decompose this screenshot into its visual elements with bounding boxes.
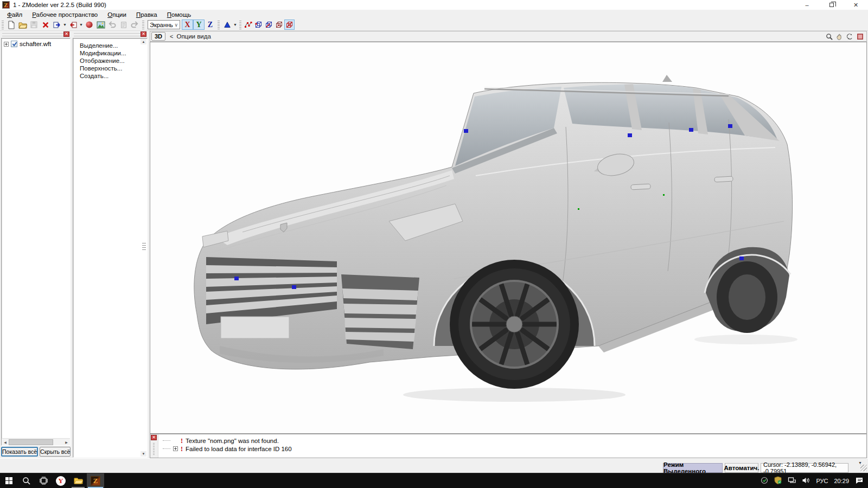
screen-mode-value: Экраннь: [150, 22, 173, 28]
task-view-button[interactable]: [35, 473, 52, 488]
horizontal-scrollbar[interactable]: ◀ ▶: [2, 438, 70, 445]
axis-x-toggle[interactable]: X: [182, 20, 193, 30]
view-mode-3d-button[interactable]: 3D: [151, 32, 165, 41]
defender-shield-icon[interactable]: [774, 476, 782, 485]
material-sphere-icon[interactable]: [84, 20, 95, 30]
orbit-rotate-icon[interactable]: [846, 33, 854, 41]
hide-all-button[interactable]: Скрыть всё: [40, 447, 71, 457]
import-dropdown-arrow[interactable]: ▼: [79, 20, 84, 30]
vertex-marker[interactable]: [292, 285, 296, 289]
action-center-icon[interactable]: [855, 477, 864, 485]
command-selection[interactable]: Выделение...: [80, 42, 147, 49]
volume-icon[interactable]: [802, 477, 810, 485]
vertex-marker[interactable]: [464, 129, 468, 133]
viewport: 3D < Опции вида: [150, 31, 867, 458]
visibility-checkbox[interactable]: [11, 41, 17, 47]
scroll-down-icon[interactable]: ▼: [141, 451, 146, 457]
scroll-left-icon[interactable]: ◀: [2, 439, 9, 446]
close-button[interactable]: ✕: [844, 0, 868, 10]
open-folder-icon[interactable]: [17, 20, 28, 30]
log-grip[interactable]: [153, 443, 155, 455]
search-button[interactable]: [17, 473, 35, 488]
properties-icon[interactable]: [118, 20, 129, 30]
command-create[interactable]: Создать...: [80, 72, 147, 80]
level-objects-icon[interactable]: [284, 20, 295, 30]
start-button[interactable]: [0, 473, 17, 488]
close-icon[interactable]: ✕: [151, 435, 157, 440]
tree-branch-line: [163, 440, 170, 441]
auto-mode-indicator[interactable]: Автоматич.: [725, 463, 758, 473]
zoom-tool-icon[interactable]: [825, 33, 833, 41]
texture-image-icon[interactable]: [95, 20, 106, 30]
undo-icon[interactable]: [106, 20, 118, 30]
expand-icon[interactable]: [173, 446, 178, 451]
view-options-label[interactable]: Опции вида: [176, 33, 210, 40]
toolbar-grip[interactable]: [142, 21, 144, 29]
log-messages: ! Texture "nom.png" was not found. ! Fai…: [158, 434, 866, 458]
close-icon[interactable]: ✕: [63, 31, 69, 37]
command-modify[interactable]: Модификации...: [80, 49, 147, 57]
scene-tree-panel: ✕ schafter.wft ◀ ▶ Показать всё Скрыть в…: [1, 31, 71, 458]
menu-edit[interactable]: Правка: [131, 11, 162, 18]
viewport-canvas[interactable]: [150, 42, 867, 434]
draw-vertices-icon[interactable]: [243, 20, 253, 30]
vertex-marker[interactable]: [739, 256, 744, 260]
redo-icon[interactable]: [129, 20, 141, 30]
pan-hand-icon[interactable]: [835, 33, 844, 41]
level-vertices-icon[interactable]: [253, 20, 264, 30]
new-document-icon[interactable]: [5, 20, 17, 30]
window-title: 1 - ZModeler ver 2.2.5 (Build 990): [13, 2, 106, 8]
export-dropdown-arrow[interactable]: ▼: [62, 20, 67, 30]
axis-z-toggle[interactable]: Z: [205, 20, 216, 30]
vertex-marker[interactable]: [728, 124, 732, 128]
resize-grip[interactable]: [860, 465, 867, 471]
panel-header-grip[interactable]: ✕: [2, 32, 69, 37]
delete-icon[interactable]: [40, 20, 51, 30]
toolbar-grip[interactable]: [239, 21, 241, 29]
menu-file[interactable]: Файл: [2, 11, 27, 18]
show-all-button[interactable]: Показать всё: [1, 447, 38, 457]
log-panel: ✕ ! Texture "nom.png" was not found. ! F…: [150, 434, 867, 458]
axis-y-toggle[interactable]: Y: [193, 20, 205, 30]
panel-splitter-handle[interactable]: [142, 243, 146, 251]
vertex-marker[interactable]: [234, 277, 239, 280]
tree-row[interactable]: schafter.wft: [2, 38, 70, 47]
menu-options[interactable]: Опции: [103, 11, 131, 18]
scrollbar-thumb[interactable]: [9, 439, 53, 445]
maximize-view-icon[interactable]: [856, 33, 864, 41]
language-indicator[interactable]: РУС: [816, 478, 828, 484]
scroll-right-icon[interactable]: ▶: [63, 439, 70, 446]
screen-mode-dropdown[interactable]: Экраннь ∨: [148, 20, 180, 29]
taskbar-yandex-icon[interactable]: Y: [52, 473, 69, 488]
vertex-marker[interactable]: [628, 133, 632, 137]
close-icon[interactable]: ✕: [141, 31, 146, 37]
vertex-marker[interactable]: [689, 128, 693, 132]
import-icon[interactable]: [67, 20, 79, 30]
command-display[interactable]: Отображение...: [80, 57, 147, 65]
network-icon[interactable]: [788, 477, 796, 485]
menu-help[interactable]: Помощь: [162, 11, 196, 18]
taskbar-zmodeler-icon[interactable]: Z: [87, 473, 104, 488]
selection-mode-indicator[interactable]: Режим Выделенного: [663, 463, 723, 473]
level-polygons-icon[interactable]: [274, 20, 284, 30]
export-icon[interactable]: [51, 20, 62, 30]
panel-header-grip[interactable]: ✕: [74, 32, 146, 37]
scroll-up-icon[interactable]: ▲: [141, 39, 146, 44]
collapse-arrow[interactable]: <: [168, 33, 176, 40]
log-row[interactable]: ! Texture "nom.png" was not found.: [158, 436, 866, 445]
tray-update-icon[interactable]: [761, 477, 768, 485]
command-surface[interactable]: Поверхность...: [80, 65, 147, 72]
menu-workspace[interactable]: Рабочее пространство: [27, 11, 103, 18]
gizmo-dropdown-arrow[interactable]: ▼: [233, 20, 238, 30]
clock[interactable]: 20:29: [834, 478, 849, 484]
level-edges-icon[interactable]: [264, 20, 274, 30]
toolbar-grip[interactable]: [2, 21, 4, 29]
restore-button[interactable]: [819, 0, 844, 10]
save-icon[interactable]: [28, 20, 40, 30]
log-row[interactable]: ! Failed to load data for interface ID 1…: [158, 445, 866, 453]
gizmo-cone-icon[interactable]: [221, 20, 233, 30]
toolbar-grip[interactable]: [218, 21, 220, 29]
expand-icon[interactable]: [4, 42, 9, 47]
minimize-button[interactable]: –: [795, 0, 819, 10]
taskbar-explorer-icon[interactable]: [69, 473, 87, 488]
